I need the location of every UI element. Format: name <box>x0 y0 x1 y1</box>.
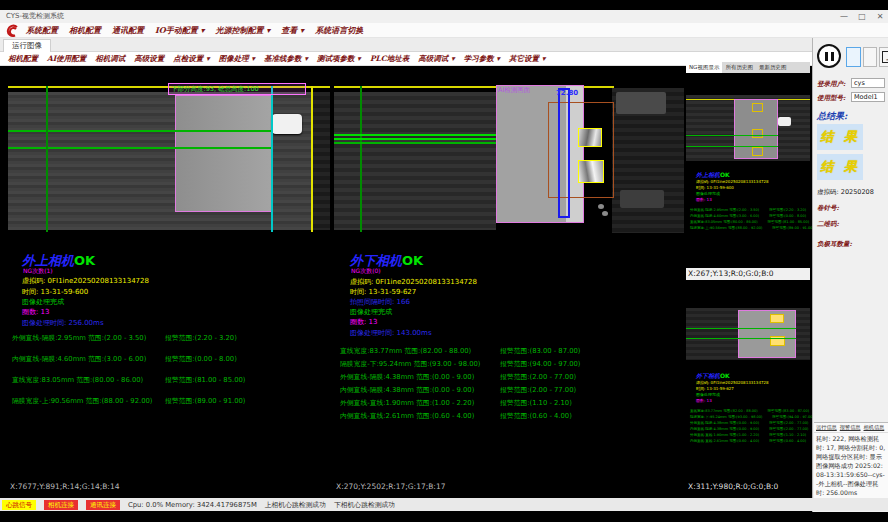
tool-other-settings[interactable]: 其它设置 ▾ <box>509 52 545 66</box>
left-height-overlay: 下部分高度:93, 砝总高度:100 <box>168 83 306 95</box>
tool-ai-config[interactable]: AI使用配置 <box>47 52 86 66</box>
measure-text: 外侧直线-直线:1.90mm 范围:(1.00 - 2.20) <box>340 398 474 408</box>
left-pixel-coords: X:7677;Y:891;R:14;G:14;B:14 <box>10 482 119 491</box>
history-view-1[interactable]: 外上相机OK 虚拟码: 0FI1ine20250208133134728 时间:… <box>686 73 810 268</box>
history-view-2[interactable]: 外下相机OK 虚拟码: 0FI1ine20250208133134728 时间:… <box>686 280 810 481</box>
right-camera-view[interactable]: AI检测画面 72.80 外下相机OK NG次数(0) 虚拟码: 0FI1ine… <box>334 78 684 493</box>
maximize-icon[interactable]: □ <box>856 10 868 23</box>
history1-pixel-coords: X:267;Y:13;R:0;G:0;B:0 <box>686 268 810 280</box>
sidebar: → 登录用户: cys 使用型号: Model1 总结果: 结 果 结 果 虚拟… <box>812 38 888 512</box>
right-done: 图像处理完成 <box>350 307 392 317</box>
left-connector-blob <box>272 114 302 134</box>
minimize-icon[interactable]: — <box>838 10 850 23</box>
right-measure-row: 内侧直线-直线:2.61mm 范围:(0.60 - 4.00) 报警范围:(0.… <box>334 411 684 422</box>
model-value[interactable]: Model1 <box>851 92 885 102</box>
measure-text: 外侧直线-隔膜:2.95mm 范围:(2.00 - 3.50) <box>12 333 146 343</box>
tool-test-params[interactable]: 测试项参数 ▾ <box>317 52 361 66</box>
tool-baseline-params[interactable]: 基准线参数 ▾ <box>264 52 308 66</box>
mini2-green-line <box>686 338 796 339</box>
left-measure-row: 外侧直线-隔膜:2.95mm 范围:(2.00 - 3.50) 报警范围:(2.… <box>8 333 330 345</box>
ai-detect-label: AI检测画面 <box>498 86 530 95</box>
tab-ng-view[interactable]: NG视图显示 <box>686 62 722 73</box>
result-box-2: 结 果 <box>817 154 863 180</box>
tool-plc-table[interactable]: PLC地址表 <box>370 52 409 66</box>
operator-button[interactable] <box>863 47 877 67</box>
left-green-vline <box>46 86 48 232</box>
mini2-slab <box>738 310 796 358</box>
sidebar-barcode: 虚拟码: 20250208 <box>817 188 874 197</box>
history-tabs: NG视图显示 所有历史图 最新历史图 <box>686 62 810 73</box>
tool-advanced-debug[interactable]: 高级调试 ▾ <box>418 52 454 66</box>
alarm-text: 报警范围:(81.00 - 85.00) <box>165 375 245 385</box>
tool-spot-check[interactable]: 点检设置 ▾ <box>173 52 209 66</box>
mini1-loop: 圈数: 13 <box>696 197 712 203</box>
right-yellow-tab-1 <box>578 128 602 147</box>
tab-all-history[interactable]: 所有历史图 <box>722 62 756 73</box>
tab-run-image[interactable]: 运行图像 <box>3 39 51 52</box>
right-measure-row: 内侧直线-隔膜:4.38mm 范围:(0.00 - 9.00) 报警范围:(2.… <box>334 385 684 396</box>
tool-advanced-settings[interactable]: 高级设置 <box>134 52 164 66</box>
lower-camera-heartbeat-msg: 下相机心跳检测成功 <box>334 500 395 510</box>
camera-connect-badge: 相机连接 <box>44 500 78 510</box>
mini1-time: 时间: 13-31-59-600 <box>696 185 734 191</box>
left-measure-row: 直线宽度:83.05mm 范围:(80.00 - 86.00) 报警范围:(81… <box>8 375 330 387</box>
mini1-yellow-box <box>752 103 763 112</box>
mini1-yellow-box <box>752 147 763 156</box>
menu-item-view[interactable]: 查看 ▾ <box>281 23 304 38</box>
right-measure-row: 外侧直线-直线:1.90mm 范围:(1.00 - 2.20) 报警范围:(1.… <box>334 398 684 409</box>
pause-button[interactable] <box>817 44 841 68</box>
right-machinery-left <box>334 92 496 230</box>
menubar: 系统配置 相机配置 通讯配置 IO手动配置 ▾ 光源控制配置 ▾ 查看 ▾ 系统… <box>0 23 888 38</box>
window-titlebar: CYS-视觉检测系统 <box>0 10 888 23</box>
measure-text: 外侧直线-隔膜:4.38mm 范围:(0.00 - 9.00) <box>340 372 474 382</box>
heartbeat-badge: 心跳信号 <box>2 500 36 510</box>
menu-item-language[interactable]: 系统语言切换 <box>315 23 363 38</box>
left-loop-count: 圈数: 13 <box>22 307 50 317</box>
alarm-text: 报警范围:(89.00 - 91.00) <box>165 396 245 406</box>
menu-item-system-config[interactable]: 系统配置 <box>26 23 58 38</box>
total-result-label: 总结果: <box>817 110 847 123</box>
tool-image-process[interactable]: 图像处理 ▾ <box>219 52 255 66</box>
right-loop-count: 圈数: 13 <box>350 317 378 327</box>
close-icon[interactable]: ✕ <box>874 10 886 23</box>
tab-latest-history[interactable]: 最新历史图 <box>756 62 790 73</box>
window-title: CYS-视觉检测系统 <box>6 12 64 20</box>
mini1-yellow-box <box>752 129 763 138</box>
status-bar: 心跳信号 相机连接 通讯连接 Cpu: 0.0% Memory: 3424.41… <box>0 498 888 511</box>
user-login-button[interactable] <box>846 47 861 67</box>
left-ng-count: NG次数(1) <box>23 267 53 276</box>
mini1-connector <box>778 117 791 126</box>
left-done: 图像处理完成 <box>22 297 64 307</box>
negative-tab-count-label: 负极耳数量: <box>817 240 852 249</box>
tool-camera-debug[interactable]: 相机调试 <box>95 52 125 66</box>
exit-button[interactable]: → <box>879 47 888 67</box>
roll-pin-label: 卷针号: <box>817 204 839 213</box>
right-proc-time: 图像处理时间: 143.00ms <box>350 328 432 338</box>
tool-camera-config[interactable]: 相机配置 <box>8 52 38 66</box>
history-panel: NG视图显示 所有历史图 最新历史图 外上相机OK 虚拟码: 0FI1ine20… <box>686 62 810 493</box>
left-cyan-vline <box>271 86 273 232</box>
upper-camera-heartbeat-msg: 上相机心跳检测成功 <box>265 500 326 510</box>
menu-item-light-control[interactable]: 光源控制配置 ▾ <box>216 23 271 38</box>
tab-row: 运行图像 <box>0 38 888 52</box>
measure-text: 内侧直线-直线:2.61mm 范围:(0.60 - 4.00) <box>340 411 474 421</box>
qr-code-label: 二维码: <box>817 220 839 229</box>
menu-items: 系统配置 相机配置 通讯配置 IO手动配置 ▾ 光源控制配置 ▾ 查看 ▾ 系统… <box>26 23 363 38</box>
history2-pixel-coords: X:311;Y:980;R:0;G:0;B:0 <box>686 482 810 493</box>
left-cell-slab <box>175 95 272 212</box>
right-machine-block <box>616 92 666 114</box>
mini2-loop: 圈数: 13 <box>696 398 712 404</box>
menu-item-io-manual[interactable]: IO手动配置 ▾ <box>155 23 205 38</box>
mini2-bright-tab <box>770 314 784 323</box>
tool-learn-params[interactable]: 学习参数 ▾ <box>464 52 500 66</box>
comm-connect-badge: 通讯连接 <box>86 500 120 510</box>
tab-alarm-info[interactable]: 报警信息 <box>840 424 861 431</box>
measure-text: 内侧直线-隔膜:4.38mm 范围:(0.00 - 9.00) <box>340 385 474 395</box>
tab-run-info[interactable]: 运行信息 <box>816 424 837 431</box>
login-user-value[interactable]: cys <box>851 78 885 88</box>
left-camera-view[interactable]: 下部分高度:93, 砝总高度:100 外上相机OK NG次数(1) 虚拟码: 0… <box>8 78 330 493</box>
tab-camera-info[interactable]: 相机信息 <box>864 424 885 431</box>
menu-item-comm-config[interactable]: 通讯配置 <box>112 23 144 38</box>
alarm-text: 报警范围:(0.60 - 4.00) <box>500 411 572 421</box>
menu-item-camera-config[interactable]: 相机配置 <box>69 23 101 38</box>
